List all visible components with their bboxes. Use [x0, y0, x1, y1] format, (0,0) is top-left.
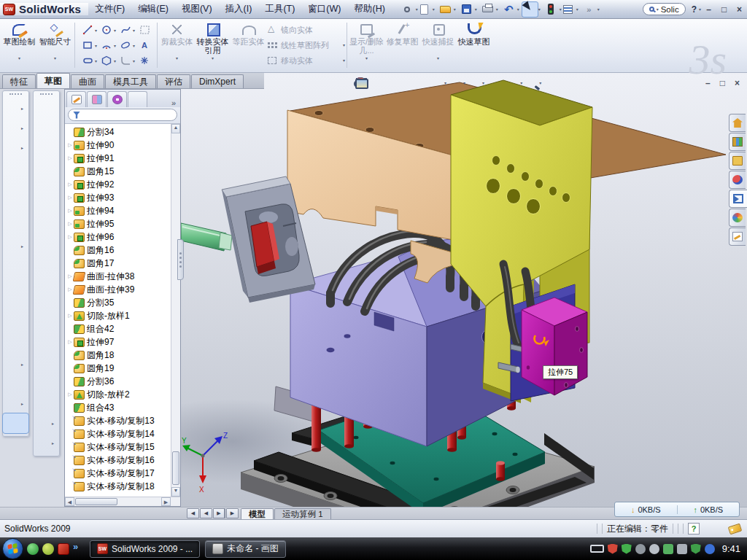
cylinder-icon[interactable]: ▸ — [34, 394, 59, 413]
overflow-icon[interactable]: ▾ — [581, 2, 597, 17]
tree-item[interactable]: ▷ 组合42 — [65, 322, 171, 335]
expand-arrow-icon[interactable]: ▷ — [66, 313, 74, 319]
search-input[interactable]: Solic — [661, 5, 679, 14]
network-warning-icon[interactable] — [677, 544, 687, 554]
doc-close-button[interactable]: × — [735, 78, 740, 88]
ribbon-button[interactable]: 显示/删除几...▾ — [349, 20, 384, 70]
tree-item[interactable]: ▷ 切除-放样1 — [65, 309, 171, 322]
knit-surface-icon[interactable]: ▸ — [34, 236, 59, 256]
antivirus-shield-icon[interactable] — [608, 544, 618, 554]
planar-surface-icon[interactable]: ▸ — [34, 217, 59, 236]
model-tab[interactable]: 模型 — [241, 508, 274, 519]
文件(F)[interactable]: 文件(F) — [88, 1, 131, 18]
ribbon-button[interactable]: 智能尺寸▾ — [37, 20, 73, 70]
more-chevron-icon[interactable] — [73, 543, 82, 555]
close-button[interactable]: × — [732, 4, 747, 15]
tree-item[interactable]: ▷ 拉伸94 — [65, 204, 171, 217]
extruded-cut-icon[interactable]: ▸ — [3, 197, 28, 217]
section-view-icon[interactable]: ▾ — [410, 76, 427, 90]
hide-show-items-icon[interactable]: ▾ — [467, 76, 484, 90]
sync-blocked-icon[interactable] — [705, 544, 715, 554]
draft-icon[interactable]: ▸ — [3, 276, 28, 295]
sketch-fillet-icon[interactable]: ▾ — [116, 53, 135, 69]
view-palette-icon[interactable] — [729, 190, 747, 208]
tree-item[interactable]: ▷ 圆角17 — [65, 257, 171, 270]
reference-point-icon[interactable]: ▸ — [3, 354, 28, 374]
command-tab[interactable]: 模具工具 — [105, 74, 156, 88]
curve-2-icon[interactable]: ▸ — [34, 433, 59, 453]
ribbon-button[interactable]: 快速草图▾ — [456, 20, 492, 70]
search-scope-dropdown[interactable]: ▾ — [657, 7, 659, 12]
defender-plus-icon[interactable] — [691, 544, 701, 554]
first-record-icon[interactable]: ◀ — [187, 508, 199, 518]
zoom-area-icon[interactable]: ▾ — [372, 76, 390, 90]
shell-icon[interactable]: ▸ — [3, 295, 28, 315]
ellipse-icon[interactable]: ▾ — [116, 38, 135, 53]
gear-icon[interactable] — [635, 544, 646, 554]
scroll-down-icon[interactable]: ▼ — [171, 487, 180, 497]
tree-item[interactable]: ▷ 实体-移动/复制15 — [65, 440, 171, 454]
trim-surface-icon[interactable]: ▸ — [34, 295, 59, 315]
restore-button[interactable]: □ — [716, 4, 732, 15]
move-copy-body-icon[interactable]: ▸ — [3, 335, 28, 354]
dimxpert-manager-icon[interactable] — [128, 91, 147, 107]
quick-tips-button[interactable]: ? — [688, 523, 700, 534]
file-explorer-icon[interactable] — [729, 152, 746, 170]
save-icon[interactable]: ▾ — [459, 2, 474, 17]
scrollbar-thumb[interactable] — [75, 498, 117, 505]
model-pin-standalone[interactable] — [496, 461, 505, 481]
home-icon[interactable] — [729, 114, 746, 132]
tree-item[interactable]: ▷ 拉伸91 — [65, 152, 171, 165]
tree-item[interactable]: ▷ 实体-移动/复制18 — [65, 480, 171, 493]
expand-arrow-icon[interactable]: ▷ — [66, 392, 74, 397]
keyboard-icon[interactable] — [590, 545, 604, 553]
thicken-icon[interactable]: ▸ — [34, 256, 59, 276]
select-arrow-icon[interactable]: ▾ — [522, 2, 538, 17]
revolved-surface-icon[interactable]: ▸ — [34, 118, 59, 138]
视图(V)[interactable]: 视图(V) — [175, 1, 219, 18]
tree-item[interactable]: ▷ 实体-移动/复制16 — [65, 454, 171, 467]
expand-arrow-icon[interactable]: ▷ — [66, 339, 74, 345]
rectangle-icon[interactable]: ▾ — [78, 38, 97, 53]
text-icon[interactable]: A — [135, 38, 154, 53]
tree-item[interactable]: ▷ 拉伸97 — [65, 335, 171, 349]
scroll-up-icon[interactable]: ▲ — [171, 124, 180, 133]
tree-item[interactable]: ▷ 分割35 — [65, 296, 171, 309]
lofted-boss-icon[interactable]: ▸ — [3, 177, 28, 197]
expand-arrow-icon[interactable]: ▷ — [66, 182, 74, 187]
slot-icon[interactable]: ▾ — [78, 53, 97, 69]
custom-properties-icon[interactable] — [729, 228, 746, 246]
expand-arrow-icon[interactable]: ▷ — [66, 208, 74, 214]
hole-wizard-icon[interactable]: ▸ — [3, 217, 28, 236]
model-tab[interactable]: 运动算例 1 — [274, 508, 331, 519]
tree-item[interactable]: ▷ 拉伸95 — [65, 217, 171, 230]
open-icon[interactable]: ▾ — [438, 2, 453, 17]
linear-pattern-icon[interactable]: ▸ — [3, 236, 28, 256]
swept-boss-icon[interactable]: ▸ — [3, 158, 28, 177]
ribbon-button[interactable]: 等距实体▾ — [231, 20, 266, 70]
tree-item[interactable]: ▷ 分割36 — [65, 375, 171, 388]
ribbon-button[interactable]: 转换实体引用▾ — [195, 20, 231, 70]
reference-point-2-icon[interactable]: ▸ — [34, 413, 59, 433]
scroll-left-icon[interactable]: ◀ — [65, 497, 74, 506]
combine-icon[interactable]: ▸ — [3, 315, 28, 335]
display-style-icon[interactable]: ▾ — [448, 76, 465, 90]
expand-arrow-icon[interactable]: ▷ — [66, 155, 74, 161]
taskbar-window-button[interactable]: SWSolidWorks 2009 - ... — [90, 540, 200, 558]
tags-icon[interactable] — [728, 523, 743, 534]
revolved-boss-icon[interactable]: ▸ — [3, 118, 28, 138]
taskbar-clock[interactable]: 9:41 — [722, 543, 740, 554]
tree-vertical-scrollbar[interactable]: ▲ ▼ — [171, 124, 180, 497]
search-box[interactable]: ▾ Solic — [643, 3, 686, 15]
tree-item[interactable]: ▷ 圆角18 — [65, 349, 171, 362]
ribbon-button[interactable]: 草图绘制▾ — [1, 20, 37, 70]
view-orientation-icon[interactable]: ▾ — [429, 76, 446, 90]
curve-icon[interactable]: ▸ — [3, 394, 28, 413]
upload-icon[interactable] — [663, 544, 673, 554]
design-library-icon[interactable] — [729, 133, 746, 151]
extruded-boss-icon[interactable]: ▸ — [3, 98, 28, 118]
command-tab[interactable]: 曲面 — [71, 74, 104, 88]
ribbon-stack-button[interactable]: 移动实体▾ — [266, 53, 345, 69]
search-results-icon[interactable] — [729, 171, 746, 189]
tree-item[interactable]: ▷ 圆角16 — [65, 244, 171, 257]
